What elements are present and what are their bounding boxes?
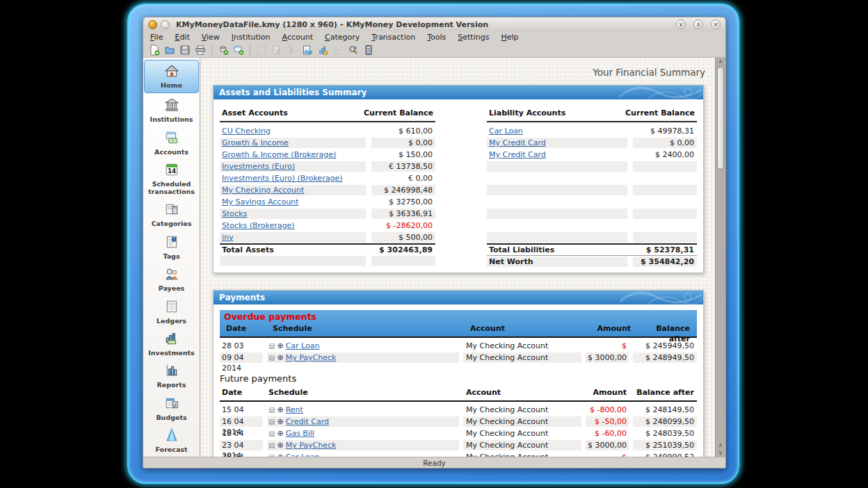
sidebar-item-investments[interactable]: Investments <box>143 328 200 360</box>
edit-schedule-icon[interactable]: ▤ <box>268 343 275 350</box>
open-icon[interactable] <box>163 43 177 57</box>
menu-institution[interactable]: Institution <box>232 33 271 42</box>
edit-schedule-icon[interactable]: ▤ <box>268 407 275 414</box>
account-link[interactable]: Stocks <box>222 209 247 218</box>
menu-view[interactable]: View <box>202 33 220 42</box>
toolbar-separator <box>250 44 250 55</box>
payments-card: Payments Overdue payments Date Schedule … <box>213 290 704 457</box>
account-link[interactable]: inv <box>222 233 234 242</box>
menu-account[interactable]: Account <box>282 33 313 42</box>
maximize-button[interactable]: ∧ <box>693 19 703 29</box>
column-header: Schedule <box>271 323 463 334</box>
account-link[interactable]: Growth & Income <box>222 138 289 147</box>
account-link[interactable]: Investments (Euro) <box>222 162 295 171</box>
account-link[interactable]: My Checking Account <box>222 186 304 195</box>
account-balance: $ 32750,00 <box>371 197 435 207</box>
sidebar-item-ledgers[interactable]: Ledgers <box>143 296 200 328</box>
sidebar-item-label: Institutions <box>150 116 193 123</box>
menu-help[interactable]: Help <box>501 33 518 42</box>
assets-liabilities-card: Assets and Liabilities Summary Asset Acc… <box>213 85 704 273</box>
enter-schedule-icon[interactable]: ⊕ <box>277 406 283 414</box>
schedule-link[interactable]: My PayCheck <box>286 441 337 450</box>
menu-settings[interactable]: Settings <box>458 33 489 42</box>
sidebar-item-categories[interactable]: Categories <box>143 199 200 231</box>
account-balance: $ 500,00 <box>371 232 435 243</box>
payment-row: 16 04 2014 ▤⊕Credit Card My Checking Acc… <box>220 416 697 428</box>
sidebar-item-accounts[interactable]: Accounts <box>143 127 200 159</box>
toolbar-separator <box>211 44 212 55</box>
svg-text:14: 14 <box>167 168 175 174</box>
payment-row: 18 04 2014 ▤⊕Gas Bill My Checking Accoun… <box>220 428 697 439</box>
sidebar-item-tags[interactable]: Tags <box>143 231 200 263</box>
account-link[interactable]: My Savings Account <box>222 197 298 206</box>
edit-schedule-icon[interactable]: ▤ <box>268 430 275 437</box>
ledger-icon[interactable] <box>255 43 268 57</box>
schedule-link[interactable]: Credit Card <box>286 417 329 426</box>
calculator-icon[interactable] <box>362 43 376 57</box>
menu-transaction[interactable]: Transaction <box>371 33 415 42</box>
sidebar-item-payees[interactable]: Payees <box>143 263 200 295</box>
account-link[interactable]: Growth & Income (Brokerage) <box>222 150 336 159</box>
categories-icon <box>164 202 179 220</box>
edit-schedule-icon[interactable]: ▤ <box>268 418 275 425</box>
reconcile-icon[interactable] <box>285 43 299 57</box>
schedule-link[interactable]: Gas Bill <box>286 429 314 438</box>
account-balance: $ 49978,31 <box>633 126 697 136</box>
account-link[interactable]: Stocks (Brokerage) <box>222 221 295 230</box>
print-icon[interactable] <box>193 43 207 57</box>
update-prices-icon[interactable] <box>316 43 330 57</box>
menu-tools[interactable]: Tools <box>427 33 446 42</box>
vertical-scrollbar[interactable]: ∧ ∧ ∨ <box>715 58 725 457</box>
sidebar-item-reports[interactable]: Reports <box>143 360 200 392</box>
schedule-link[interactable]: Car Loan <box>286 341 320 350</box>
column-header: Date <box>224 323 267 334</box>
titlebar[interactable]: KMyMoneyDataFile.kmy (1280 x 960) – KMyM… <box>143 17 725 31</box>
minimize-button[interactable]: ∨ <box>676 19 686 29</box>
sidebar-item-label: Budgets <box>156 414 186 421</box>
new-institution-icon[interactable] <box>216 43 230 57</box>
schedule-link[interactable]: My PayCheck <box>286 353 337 362</box>
account-link[interactable]: My Credit Card <box>489 150 546 159</box>
enter-schedule-icon[interactable]: ⊕ <box>277 354 283 361</box>
account-link[interactable]: My Credit Card <box>489 138 546 147</box>
sidebar-item-scheduled-transactions[interactable]: 14 Scheduled transactions <box>143 159 200 199</box>
enter-schedule-icon[interactable]: ⊕ <box>277 430 283 437</box>
edit-schedule-icon[interactable]: ▤ <box>268 355 275 361</box>
scrollbar-thumb[interactable] <box>717 67 724 170</box>
sidebar-item-home[interactable]: Home <box>144 60 199 93</box>
reports-toolbar-icon[interactable] <box>300 43 314 57</box>
home-icon <box>164 63 179 81</box>
chart-icon[interactable] <box>331 43 345 57</box>
sidebar-item-budgets[interactable]: Budgets <box>143 393 200 425</box>
payees-icon <box>164 266 179 284</box>
menu-category[interactable]: Category <box>325 33 360 42</box>
edit-schedule-icon[interactable] <box>270 43 284 57</box>
enter-schedule-icon[interactable]: ⊕ <box>277 418 283 425</box>
scroll-up-icon[interactable]: ∧ <box>718 58 723 65</box>
sidebar-item-forecast[interactable]: Forecast <box>143 425 200 457</box>
sidebar-item-label: Scheduled transactions <box>145 181 198 195</box>
sidebar-item-label: Categories <box>152 220 192 227</box>
enter-schedule-icon[interactable]: ⊕ <box>277 342 283 350</box>
schedule-link[interactable]: Rent <box>286 405 303 414</box>
window-menu-icon[interactable] <box>161 20 170 29</box>
account-link[interactable]: Car Loan <box>489 127 523 136</box>
account-link[interactable]: Investments (Euro) (Brokerage) <box>222 174 342 183</box>
menu-file[interactable]: File <box>150 33 163 42</box>
edit-schedule-icon[interactable]: ▤ <box>268 442 275 449</box>
toolbar <box>143 42 725 58</box>
scroll-down-icon[interactable]: ∨ <box>718 449 723 457</box>
account-link[interactable]: CU Checking <box>222 127 271 136</box>
sidebar-item-institutions[interactable]: Institutions <box>143 95 200 127</box>
find-transaction-icon[interactable] <box>346 43 360 57</box>
new-account-icon[interactable] <box>232 43 246 57</box>
column-header: Account <box>467 323 586 334</box>
enter-schedule-icon[interactable]: ⊕ <box>277 441 283 449</box>
sidebar-item-label: Reports <box>157 382 186 389</box>
save-icon[interactable] <box>178 43 192 57</box>
scroll-up-icon[interactable]: ∧ <box>718 441 723 449</box>
new-file-icon[interactable] <box>147 43 161 57</box>
menu-edit[interactable]: Edit <box>175 33 189 42</box>
close-button[interactable]: × <box>711 19 721 29</box>
card-title: Payments <box>219 293 265 302</box>
